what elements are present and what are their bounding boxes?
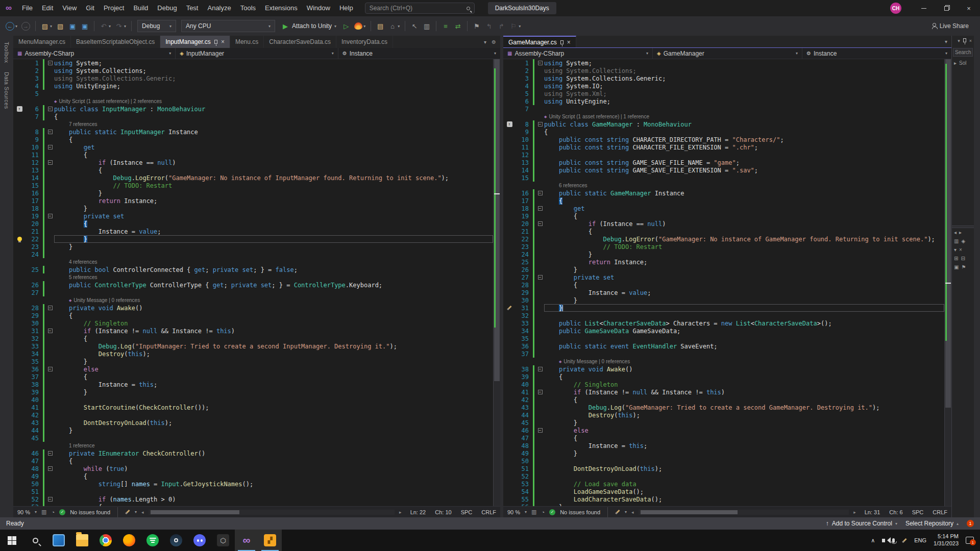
rail-tab-toolbox[interactable]: Toolbox (4, 42, 10, 63)
code-line[interactable]: 47 { (503, 434, 944, 442)
hscroll-right-arrow[interactable]: ▸ (853, 510, 856, 515)
codelens-text[interactable]: 1 reference (54, 443, 493, 448)
code-line[interactable]: 21 Instance = value; (13, 228, 493, 235)
start-button[interactable] (0, 530, 23, 551)
prev-bookmark-icon[interactable]: ↰ (483, 19, 495, 33)
code-line[interactable]: 15 (503, 174, 944, 182)
live-share-button[interactable]: Live Share (932, 22, 969, 30)
code-line[interactable]: 26 } (503, 266, 944, 273)
save-all-icon[interactable]: ▣ (79, 19, 90, 33)
code-line[interactable]: 50 string[] names = Input.GetJoystickNam… (13, 480, 493, 488)
tab-charactersavedata-cs[interactable]: CharacterSaveData.cs (264, 36, 336, 48)
codelens-text[interactable]: 6 references (544, 183, 944, 188)
code-line[interactable]: 40 (13, 396, 493, 404)
taskbar-app-yellow-icon[interactable]: ▞ (258, 530, 282, 551)
tab-inventorydata-cs[interactable]: InventoryData.cs (336, 36, 393, 48)
code-line[interactable]: 37 (503, 350, 944, 358)
tab-menumanager-cs[interactable]: MenuManager.cs (13, 36, 71, 48)
code-line[interactable]: 12− if (Instance == null) (13, 159, 493, 166)
code-line[interactable]: 10 public const string CHARACTER_DIRECTO… (503, 136, 944, 143)
open-folder-icon[interactable]: ▧ (55, 19, 66, 33)
fold-collapse-icon[interactable]: − (48, 160, 53, 165)
code-line[interactable]: 29 { (13, 312, 493, 319)
code-line[interactable]: 27 (13, 289, 493, 296)
code-line[interactable]: 36− else (13, 365, 493, 373)
code-line[interactable]: 32 { (13, 335, 493, 342)
next-bookmark-icon[interactable]: ↱ (496, 19, 507, 33)
word-wrap-icon[interactable]: ⇄ (452, 19, 463, 33)
tab-inputmanager-cs[interactable]: InputManager.cs× (160, 36, 230, 48)
menu-window[interactable]: Window (302, 4, 335, 12)
left-code-editor[interactable]: 1−using System;2using System.Collections… (13, 59, 493, 506)
taskbar-unity-hub-icon[interactable]: ⬡ (211, 530, 235, 551)
code-line[interactable]: 46− private IEnumerator CheckController(… (13, 449, 493, 457)
code-line[interactable]: 3using System.Collections.Generic; (503, 74, 944, 82)
code-line[interactable]: 48− while (true) (13, 465, 493, 472)
code-line[interactable]: 13 { (13, 166, 493, 174)
code-line[interactable]: 44 Destroy(this); (503, 411, 944, 419)
code-line[interactable]: 7{ (13, 113, 493, 120)
attach-to-unity-button[interactable]: ▶Attach to Unity▾ (278, 22, 339, 30)
code-line[interactable]: 1−using System; (13, 59, 493, 67)
accessibility-icon[interactable]: ◔ (52, 509, 55, 515)
breadcrumb-assembly[interactable]: ▦ Assembly-CSharp▾ (13, 48, 176, 59)
right-issues-status[interactable]: No issues found (560, 509, 600, 515)
code-line[interactable]: 36 public static event EventHandler Save… (503, 342, 944, 350)
code-line[interactable]: 55 LoadCharacterSaveData(); (503, 495, 944, 503)
code-line[interactable]: 33 Debug.Log("InputManager: Tried to cre… (13, 342, 493, 350)
breadcrumb-class[interactable]: ◈ GameManager▾ (653, 48, 802, 59)
code-line[interactable]: 39 { (503, 373, 944, 381)
code-line[interactable]: 14 Debug.LogError("GameManager: No insta… (13, 174, 493, 182)
breadcrumb-assembly[interactable]: ▦ Assembly-CSharp▾ (503, 48, 653, 59)
hscroll-right-arrow[interactable]: ▸ (399, 510, 402, 515)
code-line[interactable]: 26 public ControllerType ControllerType … (13, 281, 493, 289)
code-line[interactable]: 47 { (13, 457, 493, 465)
fold-collapse-icon[interactable]: − (538, 275, 543, 280)
menu-test[interactable]: Test (182, 4, 203, 12)
panel-flag-icons[interactable]: ▣⚑ (952, 263, 974, 271)
code-line[interactable]: 17 { (503, 197, 944, 205)
menu-file[interactable]: File (17, 4, 37, 12)
code-line[interactable]: 25 return Instance; (503, 258, 944, 266)
fold-collapse-icon[interactable]: − (48, 451, 53, 456)
taskbar-file-explorer-icon[interactable] (70, 530, 94, 551)
menu-help[interactable]: Help (335, 4, 358, 12)
code-line[interactable]: 41 StartCoroutine(CheckController()); (13, 404, 493, 411)
left-vertical-scrollbar[interactable] (493, 59, 500, 506)
fold-collapse-icon[interactable]: − (48, 145, 53, 149)
pin-icon[interactable] (963, 38, 966, 42)
taskbar-discord-icon[interactable] (188, 530, 211, 551)
breadcrumb-member[interactable]: ⚙ Instance▾ (338, 48, 500, 59)
pin-icon[interactable] (560, 40, 564, 44)
new-project-icon[interactable]: ▨▾ (39, 19, 54, 33)
close-icon[interactable]: × (221, 38, 225, 45)
code-line[interactable]: 34 Destroy(this); (13, 350, 493, 358)
fold-collapse-icon[interactable]: − (538, 191, 543, 195)
tab-menu-cs[interactable]: Menu.cs (230, 36, 264, 48)
code-line[interactable]: 19 { (503, 212, 944, 220)
code-line[interactable]: 13 public const string GAME_SAVE_FILE_NA… (503, 159, 944, 166)
code-line[interactable]: 35 } (13, 358, 493, 365)
code-line[interactable]: 21 { (503, 228, 944, 235)
code-line[interactable]: 17 return Instance; (13, 197, 493, 205)
code-line[interactable]: 4using System.IO; (503, 82, 944, 90)
fold-collapse-icon[interactable]: − (48, 107, 53, 111)
menu-analyze[interactable]: Analyze (203, 4, 235, 12)
breadcrumb-class[interactable]: ◈ InputManager▾ (176, 48, 338, 59)
save-icon[interactable]: ▣ (67, 19, 78, 33)
code-line[interactable]: 52− if (names.Length > 0) (13, 495, 493, 503)
code-cleanup-icon[interactable] (615, 510, 620, 514)
code-line[interactable]: 22 Debug.LogError("GameManager: No insta… (503, 235, 944, 243)
panel-nav-icons[interactable]: ◂▸ (952, 228, 974, 237)
code-line[interactable]: 50 (503, 457, 944, 465)
pen-icon[interactable] (902, 538, 907, 542)
volume-icon[interactable] (882, 539, 885, 542)
code-line[interactable]: 53 { (13, 503, 493, 506)
minimize-button[interactable] (913, 0, 935, 16)
hot-reload-icon[interactable]: ▾ (353, 19, 367, 33)
code-line[interactable]: 32 (503, 312, 944, 319)
menu-project[interactable]: Project (99, 4, 129, 12)
restore-button[interactable] (935, 0, 958, 16)
code-line[interactable]: 43 Debug.Log("GameManager: Tried to crea… (503, 404, 944, 411)
right-vertical-scrollbar[interactable] (944, 59, 951, 506)
